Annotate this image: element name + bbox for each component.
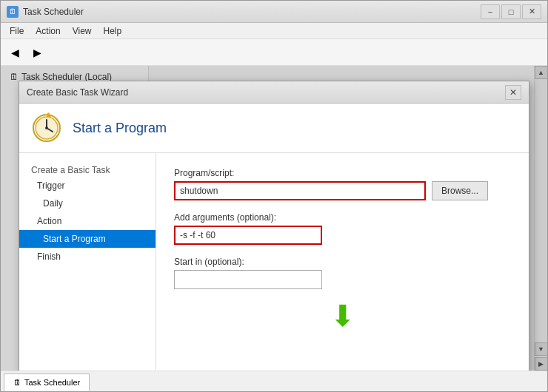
minimize-button[interactable]: −: [481, 4, 500, 19]
modal-form: Program/script: Browse... Add arguments …: [156, 153, 529, 371]
startin-input-row: [174, 270, 511, 289]
add-arguments-label: Add arguments (optional):: [174, 212, 511, 223]
arguments-input-row: [174, 226, 511, 245]
modal-titlebar: Create Basic Task Wizard ✕: [19, 81, 529, 104]
green-arrow-container: ⬇: [174, 301, 511, 331]
svg-point-4: [45, 126, 48, 129]
forward-button[interactable]: ▶: [26, 42, 48, 63]
start-in-input[interactable]: [174, 270, 322, 289]
nav-item-finish[interactable]: Finish: [19, 248, 156, 266]
modal-body: Create a Basic Task Trigger Daily Action…: [19, 153, 529, 371]
program-input-row: Browse...: [174, 181, 511, 200]
outer-titlebar: 🗓 Task Scheduler − □ ✕: [1, 1, 547, 23]
outer-window: 🗓 Task Scheduler − □ ✕ File Action View …: [0, 0, 548, 392]
close-button[interactable]: ✕: [522, 4, 541, 19]
bottom-tabs: 🗓 Task Scheduler: [1, 371, 547, 391]
menu-action[interactable]: Action: [30, 24, 66, 38]
menu-bar: File Action View Help: [1, 23, 547, 39]
form-row-arguments: Add arguments (optional):: [174, 212, 511, 245]
outer-title: Task Scheduler: [23, 7, 481, 17]
start-in-label: Start in (optional):: [174, 257, 511, 267]
main-content: 🗓 Task Scheduler (Local) ▲ ▼ ▶ Create Ba…: [1, 66, 547, 371]
tab-icon: 🗓: [13, 378, 21, 387]
form-row-startin: Start in (optional):: [174, 257, 511, 289]
nav-section-title: Create a Basic Task: [19, 162, 156, 177]
modal-title: Create Basic Task Wizard: [27, 87, 505, 98]
nav-item-daily[interactable]: Daily: [19, 195, 156, 212]
nav-item-start-program[interactable]: Start a Program: [19, 230, 156, 248]
nav-item-trigger[interactable]: Trigger: [19, 177, 156, 195]
program-script-label: Program/script:: [174, 168, 511, 178]
program-script-input[interactable]: [174, 181, 426, 200]
app-icon: 🗓: [7, 6, 19, 18]
green-down-arrow-icon: ⬇: [330, 301, 355, 331]
modal-nav: Create a Basic Task Trigger Daily Action…: [19, 153, 156, 371]
titlebar-buttons: − □ ✕: [481, 4, 541, 19]
menu-view[interactable]: View: [67, 24, 98, 38]
browse-button[interactable]: Browse...: [432, 181, 488, 200]
add-arguments-input[interactable]: [174, 226, 322, 245]
maximize-button[interactable]: □: [501, 4, 521, 19]
modal-dialog: Create Basic Task Wizard ✕ S: [19, 81, 529, 371]
nav-item-action[interactable]: Action: [19, 212, 156, 230]
menu-file[interactable]: File: [4, 24, 30, 38]
modal-header-title: Start a Program: [73, 121, 167, 136]
wizard-icon: [31, 112, 62, 143]
form-row-program: Program/script: Browse...: [174, 168, 511, 200]
toolbar: ◀ ▶: [1, 39, 547, 66]
modal-header: Start a Program: [19, 104, 529, 153]
tab-taskscheduler[interactable]: 🗓 Task Scheduler: [4, 374, 90, 391]
back-button[interactable]: ◀: [4, 42, 26, 63]
modal-close-button[interactable]: ✕: [505, 85, 521, 100]
modal-overlay: Create Basic Task Wizard ✕ S: [1, 66, 547, 371]
tab-label: Task Scheduler: [24, 378, 80, 387]
menu-help[interactable]: Help: [98, 24, 128, 38]
